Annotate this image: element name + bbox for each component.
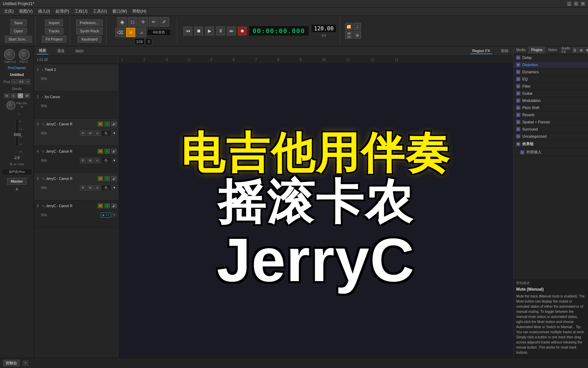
fx-category-surround[interactable]: ▷ Surround [513,126,588,133]
draw-tool[interactable]: ✐ [160,17,169,27]
select-tool[interactable]: ◻ [128,17,137,27]
track-5-w-button[interactable]: W [87,185,93,190]
track-5-default-selector[interactable]: -无- [101,185,111,190]
edit-tool[interactable]: ✏ [149,17,159,27]
smart-tool[interactable]: ◈ [117,17,127,27]
fx-category-modulation[interactable]: ▷ Modulation [513,97,588,104]
track-3-a-button[interactable]: A [94,131,100,136]
track-4-solo-button[interactable]: S [104,149,110,154]
strip-power-button[interactable]: ○ [11,79,17,84]
track-4-a-button[interactable]: A [94,158,100,163]
track-5-expand-arrow[interactable]: ▼ [112,185,117,190]
region-fx-tab[interactable]: Region FX [470,48,492,54]
track-3-r-button[interactable]: R [80,131,86,136]
fx-category-pitch-shift[interactable]: ▷ Pitch Shift [513,104,588,111]
track-4-mute-button[interactable]: M [98,149,103,154]
fit-project-button[interactable]: Fit Project [42,36,66,43]
track-4-default-selector[interactable]: -无- [101,158,111,163]
menu-insert[interactable]: 插入(I) [35,8,53,15]
track-3-expand-arrow[interactable]: ▼ [112,131,117,136]
maximize-button[interactable]: □ [574,1,578,6]
time-signature-selector[interactable]: 4分音符 [147,29,171,36]
move-tool[interactable]: ✛ [138,17,148,27]
channel-header-tab[interactable]: 通道 [55,48,67,54]
minimize-button[interactable]: _ [567,1,572,6]
beat-selector[interactable]: 1/16 [134,38,145,45]
fader-thumb[interactable] [14,133,21,136]
close-button[interactable]: × [581,1,585,6]
stop-button[interactable]: ⏹ [194,27,203,35]
fx-category-delay[interactable]: ▷ Delay [513,54,588,61]
track-5-a-button[interactable]: A [94,185,100,190]
menu-project[interactable]: 工程(J) [72,8,90,15]
tracks-button[interactable]: Tracks [45,28,64,34]
keyboard-button[interactable]: Keyboard [78,36,101,43]
track-3-w-button[interactable]: W [87,131,93,136]
media-tab[interactable]: Media [513,46,528,54]
strip-expand-button[interactable]: + [26,79,30,84]
plugins-tab[interactable]: Plugins [528,46,545,54]
fx-grid-button[interactable]: ⊞ [578,47,584,53]
close-console-button[interactable]: × [23,361,28,366]
fast-forward-button[interactable]: ⏭ [227,27,236,35]
fx-category-chain[interactable]: ▼ 效果链 [513,140,588,148]
track-3-mute-button[interactable]: M [98,122,103,126]
menu-view[interactable]: 视图(V) [16,8,35,15]
track-4-expand-arrow[interactable]: ▼ [112,158,117,163]
erase-tool[interactable]: ⌫ [115,28,125,37]
loop-button[interactable]: 🔁 [345,23,353,30]
pan-knob[interactable] [19,49,30,60]
pause-button[interactable]: ⏸ [216,27,225,35]
fx-category-dynamics[interactable]: ▷ Dynamics [513,68,588,76]
snap-tool[interactable]: ⊞ [126,28,135,37]
track-4-r-button[interactable]: R [80,158,86,163]
view-header-tab[interactable]: 视图 [37,47,48,55]
clip-header-tab[interactable]: 剪辑 [499,48,510,54]
track-5-r-button[interactable]: R [80,185,86,190]
menu-window[interactable]: 窗口(W) [110,8,130,15]
extra-btn-2[interactable]: ⊞ [354,31,361,39]
send-m-button[interactable]: M [4,93,10,98]
fader-track[interactable] [16,119,18,147]
send-w-button[interactable]: W [24,93,30,98]
menu-file[interactable]: 文(E) [1,8,16,15]
master-button[interactable]: Master [7,178,27,185]
gain-knob[interactable] [4,49,15,60]
track-3-solo-button[interactable]: S [104,122,110,126]
preferences-button[interactable]: Preferenc... [76,19,103,26]
fx-category-distortion[interactable]: ▼ Distortion [513,61,588,68]
menu-tools[interactable]: 工具(U) [90,8,110,15]
fx-category-external[interactable]: ▷ 外部插入 [513,148,588,156]
fx-category-guitar[interactable]: ▷ Guitar [513,90,588,97]
send-r-button[interactable]: R [18,93,23,98]
start-screen-button[interactable]: Start Scre... [5,36,32,43]
fx-category-spatial-panner[interactable]: ▷ Spatial + Panner [513,119,588,126]
send-s-button[interactable]: S [11,93,16,98]
fx-category-uncategorized[interactable]: ▷ Uncategorized [513,133,588,140]
bit-depth-button[interactable]: 4816 [345,31,353,39]
menu-help[interactable]: 帮助(H) [130,8,149,15]
fx-category-eq[interactable]: ▷ EQ [513,76,588,83]
track-3-fx-button[interactable]: 🔊 [111,122,117,126]
synth-rack-button[interactable]: Synth Rack [76,28,103,34]
open-button[interactable]: Open [10,28,27,34]
track-4-fx-button[interactable]: 🔊 [111,149,117,154]
menu-process[interactable]: 处理(P) [53,8,72,15]
midi-header-tab[interactable]: MIDI [74,48,85,54]
notes-tab[interactable]: Notes [545,46,560,54]
import-button[interactable]: Import [45,19,63,26]
track-3-default-selector[interactable]: -无- [101,131,111,136]
track-5-solo-button[interactable]: S [104,176,110,181]
prochannel-button[interactable]: ProChannel [8,66,26,70]
subdivision-selector[interactable]: 3 [145,38,152,45]
marks-tool[interactable]: ⊿ [136,28,146,37]
track-4-w-button[interactable]: W [87,158,93,163]
console-tab[interactable]: 控制台 [3,359,20,367]
fx-category-filter[interactable]: ▷ Filter [513,83,588,90]
track-6-mute-button[interactable]: M [98,203,103,208]
fx-view-button[interactable]: ☰ [572,47,578,53]
send-knob[interactable] [6,101,15,110]
track-5-fx-button[interactable]: 🔊 [111,176,117,181]
record-button[interactable]: ⏺ [238,27,247,35]
track-6-add-button[interactable]: + [112,212,117,218]
